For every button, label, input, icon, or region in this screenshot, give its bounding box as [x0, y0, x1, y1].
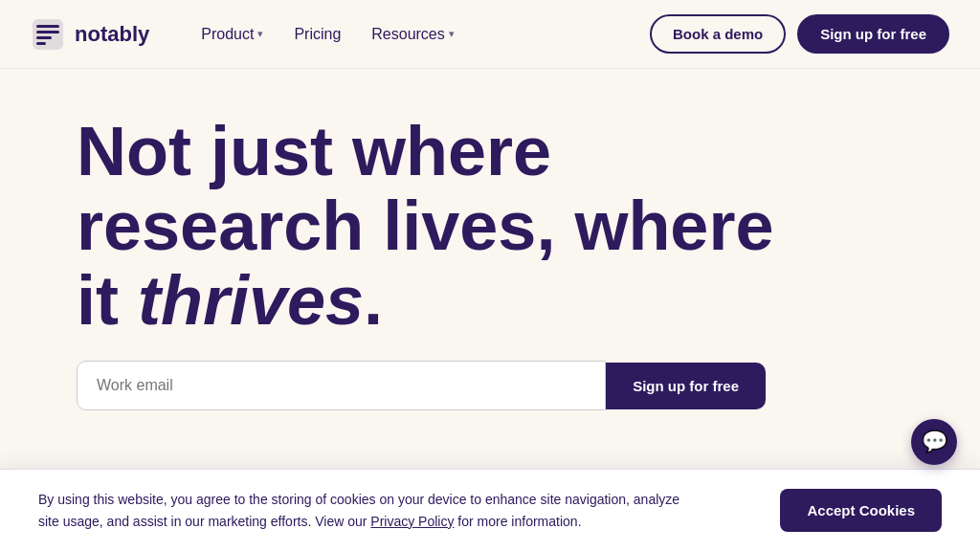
chat-icon: 💬: [922, 430, 947, 454]
signup-button[interactable]: Sign up for free: [797, 14, 949, 54]
email-input[interactable]: [77, 361, 606, 410]
svg-rect-1: [36, 25, 59, 28]
privacy-policy-link[interactable]: Privacy Policy: [370, 514, 454, 529]
nav-actions: Book a demo Sign up for free: [650, 14, 949, 54]
cookie-banner: By using this website, you agree to the …: [0, 469, 980, 551]
nav-links: Product ▾ Pricing Resources ▾: [188, 18, 650, 51]
email-signup-row: Sign up for free: [77, 361, 766, 410]
hero-heading: Not just where research lives, where it …: [77, 115, 900, 338]
book-demo-button[interactable]: Book a demo: [650, 14, 786, 54]
navbar: notably Product ▾ Pricing Resources ▾ Bo…: [0, 0, 980, 69]
nav-item-resources[interactable]: Resources ▾: [358, 18, 467, 51]
nav-item-pricing[interactable]: Pricing: [280, 18, 354, 51]
hero-signup-button[interactable]: Sign up for free: [606, 363, 766, 409]
cookie-text: By using this website, you agree to the …: [38, 489, 689, 532]
svg-rect-0: [33, 19, 63, 50]
logo[interactable]: notably: [31, 17, 149, 52]
logo-icon: [31, 17, 65, 52]
accept-cookies-button[interactable]: Accept Cookies: [780, 489, 942, 532]
chevron-down-icon: ▾: [257, 28, 263, 40]
hero-section: Not just where research lives, where it …: [0, 69, 980, 410]
chevron-down-icon: ▾: [449, 28, 455, 40]
chat-button[interactable]: 💬: [911, 419, 957, 465]
svg-rect-4: [36, 42, 46, 45]
svg-rect-3: [36, 36, 52, 39]
svg-rect-2: [36, 31, 59, 33]
nav-item-product[interactable]: Product ▾: [188, 18, 277, 51]
logo-text: notably: [75, 22, 149, 47]
